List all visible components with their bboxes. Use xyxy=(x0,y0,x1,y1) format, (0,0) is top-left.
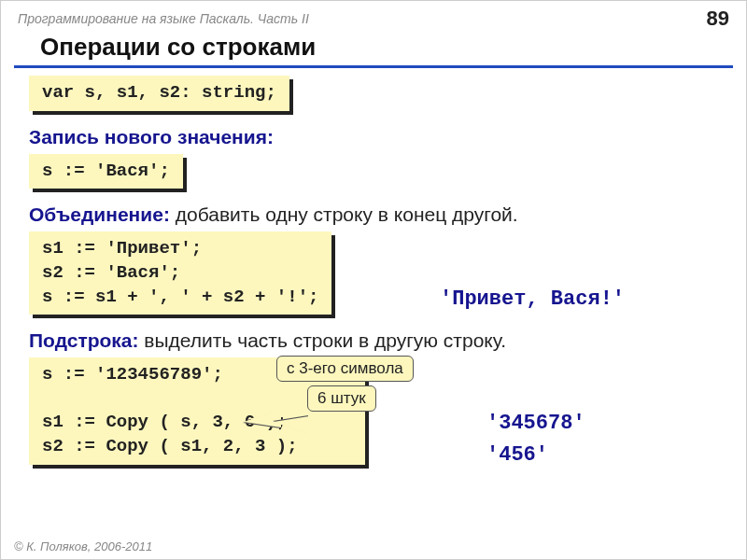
callout-from-3rd: с 3-его символа xyxy=(276,356,414,382)
heading-concat-label: Объединение: xyxy=(29,203,170,225)
heading-concat-desc: добавить одну строку в конец другой. xyxy=(170,203,518,225)
result-substr-2: '456' xyxy=(486,443,548,467)
slide-content: var s, s1, s2: string; Запись нового зна… xyxy=(1,76,746,488)
heading-assign: Запись нового значения: xyxy=(29,126,726,148)
callout-tail-icon xyxy=(274,416,309,435)
result-substr-1: '345678' xyxy=(486,412,585,435)
page-number: 89 xyxy=(707,7,729,31)
code-var-decl: var s, s1, s2: string; xyxy=(29,76,289,111)
slide-header: Программирование на языке Паскаль. Часть… xyxy=(1,1,746,33)
heading-substr-desc: выделить часть строки в другую строку. xyxy=(139,329,507,351)
code-concat: s1 := 'Привет'; s2 := 'Вася'; s := s1 + … xyxy=(29,231,331,315)
callout-6-pieces: 6 штук xyxy=(307,385,376,412)
course-title: Программирование на языке Паскаль. Часть… xyxy=(18,11,309,26)
code-assign: s := 'Вася'; xyxy=(29,154,183,189)
heading-concat: Объединение: добавить одну строку в коне… xyxy=(29,203,726,226)
heading-substr-label: Подстрока: xyxy=(29,329,139,351)
footer-copyright: © К. Поляков, 2006-2011 xyxy=(14,539,152,553)
heading-substr: Подстрока: выделить часть строки в другу… xyxy=(29,329,726,352)
slide-title: Операции со строками xyxy=(14,33,733,68)
result-concat: 'Привет, Вася!' xyxy=(440,287,625,311)
